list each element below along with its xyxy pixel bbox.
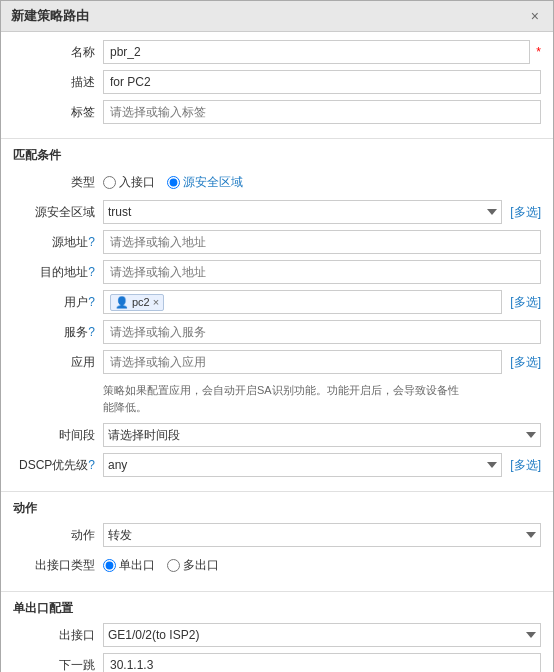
dscp-multi-link[interactable]: [多选] — [510, 457, 541, 474]
tag-label: 标签 — [13, 104, 103, 121]
next-hop-label: 下一跳 — [13, 657, 103, 673]
tag-control — [103, 100, 541, 124]
next-hop-input[interactable] — [103, 653, 541, 672]
src-zone-label: 源安全区域 — [13, 204, 103, 221]
user-multi-link[interactable]: [多选] — [510, 294, 541, 311]
desc-label: 描述 — [13, 74, 103, 91]
out-type-row: 出接口类型 单出口 多出口 — [13, 553, 541, 577]
desc-control — [103, 70, 541, 94]
action-select[interactable]: 转发 — [103, 523, 541, 547]
out-type-control: 单出口 多出口 — [103, 557, 541, 574]
dst-addr-help-icon[interactable]: ? — [88, 265, 95, 279]
src-addr-control — [103, 230, 541, 254]
out-if-row: 出接口 GE1/0/2(to ISP2) — [13, 623, 541, 647]
dst-addr-input[interactable] — [103, 260, 541, 284]
app-multi-link[interactable]: [多选] — [510, 354, 541, 371]
src-zone-multi-link[interactable]: [多选] — [510, 204, 541, 221]
out-type-multi[interactable]: 多出口 — [167, 557, 219, 574]
time-label: 时间段 — [13, 427, 103, 444]
action-label: 动作 — [13, 527, 103, 544]
app-row: 应用 [多选] — [13, 350, 541, 374]
single-out-section: 单出口配置 出接口 GE1/0/2(to ISP2) 下一跳 — [1, 592, 553, 672]
user-tag-label: pc2 — [132, 296, 150, 308]
match-section-header: 匹配条件 — [13, 147, 541, 164]
time-row: 时间段 请选择时间段 — [13, 423, 541, 447]
single-out-header: 单出口配置 — [13, 600, 541, 617]
name-row: 名称 * — [13, 40, 541, 64]
name-label: 名称 — [13, 44, 103, 61]
name-required: * — [536, 45, 541, 59]
src-zone-control: trust [多选] — [103, 200, 541, 224]
type-row: 类型 入接口 源安全区域 — [13, 170, 541, 194]
type-control: 入接口 源安全区域 — [103, 174, 541, 191]
out-type-multi-input[interactable] — [167, 559, 180, 572]
dst-addr-control — [103, 260, 541, 284]
user-tag-input[interactable]: 👤 pc2 × — [103, 290, 502, 314]
type-radio-zone-input[interactable] — [167, 176, 180, 189]
out-type-single[interactable]: 单出口 — [103, 557, 155, 574]
type-radio-inbound-input[interactable] — [103, 176, 116, 189]
user-help-icon[interactable]: ? — [88, 295, 95, 309]
type-radio-zone[interactable]: 源安全区域 — [167, 174, 243, 191]
user-tag-close[interactable]: × — [153, 296, 159, 308]
tag-row: 标签 — [13, 100, 541, 124]
out-if-label: 出接口 — [13, 627, 103, 644]
out-type-single-label: 单出口 — [119, 557, 155, 574]
action-control: 转发 — [103, 523, 541, 547]
name-input[interactable] — [103, 40, 530, 64]
time-select[interactable]: 请选择时间段 — [103, 423, 541, 447]
match-section: 匹配条件 类型 入接口 源安全区域 — [1, 139, 553, 492]
app-note: 策略如果配置应用，会自动开启SA识别功能。功能开启后，会导致设备性能降低。 — [103, 380, 463, 417]
dscp-control: any [多选] — [103, 453, 541, 477]
src-zone-select[interactable]: trust — [103, 200, 502, 224]
app-control: [多选] — [103, 350, 541, 374]
type-label: 类型 — [13, 174, 103, 191]
src-addr-input[interactable] — [103, 230, 541, 254]
dialog-header: 新建策略路由 × — [1, 1, 553, 32]
user-row: 用户? 👤 pc2 × [多选] — [13, 290, 541, 314]
src-addr-label: 源地址? — [13, 234, 103, 251]
service-label: 服务? — [13, 324, 103, 341]
out-type-multi-label: 多出口 — [183, 557, 219, 574]
app-note-row: 策略如果配置应用，会自动开启SA识别功能。功能开启后，会导致设备性能降低。 — [103, 380, 541, 417]
dialog-body: 名称 * 描述 标签 匹配条件 — [1, 32, 553, 672]
action-section-header: 动作 — [13, 500, 541, 517]
type-radio-inbound[interactable]: 入接口 — [103, 174, 155, 191]
close-icon[interactable]: × — [527, 8, 543, 24]
desc-input[interactable] — [103, 70, 541, 94]
type-radio-zone-label: 源安全区域 — [183, 174, 243, 191]
next-hop-row: 下一跳 — [13, 653, 541, 672]
app-input[interactable] — [103, 350, 502, 374]
type-radio-inbound-label: 入接口 — [119, 174, 155, 191]
dscp-help-icon[interactable]: ? — [88, 458, 95, 472]
user-control: 👤 pc2 × [多选] — [103, 290, 541, 314]
out-type-radio-group: 单出口 多出口 — [103, 557, 219, 574]
dst-addr-label: 目的地址? — [13, 264, 103, 281]
service-control — [103, 320, 541, 344]
dscp-row: DSCP优先级? any [多选] — [13, 453, 541, 477]
service-help-icon[interactable]: ? — [88, 325, 95, 339]
out-type-label: 出接口类型 — [13, 557, 103, 574]
service-input[interactable] — [103, 320, 541, 344]
tag-input[interactable] — [103, 100, 541, 124]
dialog: 新建策略路由 × 名称 * 描述 标签 — [0, 0, 554, 672]
out-type-single-input[interactable] — [103, 559, 116, 572]
basic-info-section: 名称 * 描述 标签 — [1, 32, 553, 139]
action-section: 动作 动作 转发 出接口类型 单出口 — [1, 492, 553, 592]
service-row: 服务? — [13, 320, 541, 344]
name-control: * — [103, 40, 541, 64]
out-if-control: GE1/0/2(to ISP2) — [103, 623, 541, 647]
action-row: 动作 转发 — [13, 523, 541, 547]
app-label: 应用 — [13, 354, 103, 371]
out-if-select[interactable]: GE1/0/2(to ISP2) — [103, 623, 541, 647]
desc-row: 描述 — [13, 70, 541, 94]
dscp-select[interactable]: any — [103, 453, 502, 477]
user-tag-pc2: 👤 pc2 × — [110, 294, 164, 311]
src-addr-help-icon[interactable]: ? — [88, 235, 95, 249]
src-zone-row: 源安全区域 trust [多选] — [13, 200, 541, 224]
src-addr-row: 源地址? — [13, 230, 541, 254]
user-icon: 👤 — [115, 296, 129, 309]
time-control: 请选择时间段 — [103, 423, 541, 447]
dscp-label: DSCP优先级? — [13, 457, 103, 474]
user-label: 用户? — [13, 294, 103, 311]
